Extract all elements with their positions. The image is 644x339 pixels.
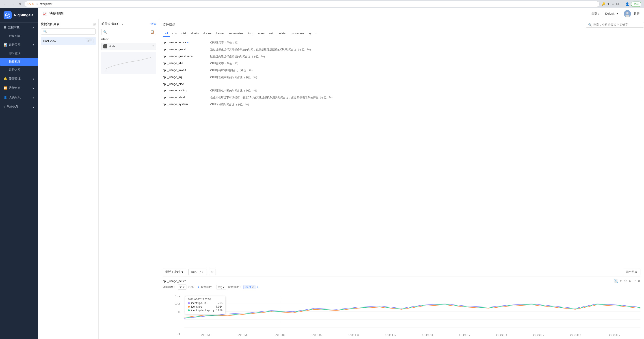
sidebar-item-monitor-view[interactable]: 📊 监控看图 ∧ (0, 40, 38, 50)
cluster-selector[interactable]: Default ▼ (603, 11, 621, 16)
reload-button[interactable]: ↻ (17, 1, 22, 7)
calendar-icon[interactable]: 📋 (150, 30, 154, 34)
chevron-icon: ∨ (32, 77, 34, 80)
refresh-button[interactable]: ↻ (209, 269, 216, 275)
tab-diskio[interactable]: diskio (189, 30, 201, 37)
metric-row[interactable]: cpu_usage_steal 在虚拟机环境下有该指标，表示CPU被其他虚拟机争… (163, 94, 640, 101)
add-quick-view-button[interactable]: ⊞ (93, 22, 96, 26)
metric-row[interactable]: cpu_usage_guest 通过虚拟化运行其他操作系统的时间，也就是运行虚拟… (163, 46, 640, 53)
update-button[interactable]: 更新 (631, 2, 641, 7)
clear-chart-button[interactable]: 清空图表 (623, 269, 640, 275)
forward-button[interactable]: → (10, 1, 15, 7)
chart-controls: 计算函数： 无 ∨ 环比： ℹ 聚合函数： avg ∨ 聚合维度： (163, 284, 640, 290)
list-search-box[interactable]: 🔍 (41, 29, 96, 35)
window-icon[interactable]: ☐ (621, 2, 624, 6)
select-all-button[interactable]: 全选 (150, 22, 156, 26)
settings-chart-icon[interactable]: ⚙ (624, 279, 627, 283)
metric-desc: 以低优先级运行虚拟机的时间占比（单位：%） (210, 55, 266, 59)
list-item-name: Host View (43, 39, 56, 43)
tooltip-dot-2 (188, 306, 190, 308)
tab-net[interactable]: net (267, 30, 276, 37)
tab-disk[interactable]: disk (179, 30, 189, 37)
aggregate-selector[interactable]: avg ∨ (216, 285, 226, 289)
sidebar-item-object-list[interactable]: 对象列表 (0, 32, 38, 40)
metrics-search-box[interactable]: 🔍 (586, 22, 644, 28)
metric-row[interactable]: cpu_usage_softirq CPU处理软中断的时间占比（单位：%） (163, 87, 640, 94)
sidebar-item-label: 人员组织 (9, 95, 20, 99)
chart-icon-group: 📉 ⬆ ⚙ ↻ ⤢ ✕ (614, 279, 640, 283)
list-item[interactable]: Host View 公开 (41, 37, 96, 45)
share-icon[interactable]: ⬆ (607, 2, 610, 6)
compute-label: 计算函数： (163, 285, 176, 289)
metric-row[interactable]: cpu_usage_system CPU内核态时间占比（单位：%） (163, 101, 640, 108)
sidebar-item-instant-query[interactable]: 即时查询 (0, 50, 38, 58)
metric-row[interactable]: cpu_usage_guest_nice 以低优先级运行虚拟机的时间占比（单位：… (163, 53, 640, 60)
sidebar-item-monitor-board[interactable]: 监控大盘 (0, 66, 38, 74)
tab-all[interactable]: all (163, 30, 170, 37)
filter-search-box[interactable]: 🔍 📋 (101, 29, 156, 35)
expand-chart-icon[interactable]: ⤢ (633, 279, 636, 283)
compute-selector[interactable]: 无 ∨ (178, 284, 186, 290)
resolution-button[interactable]: Res.（s） (188, 269, 206, 275)
tab-docker[interactable]: docker (201, 30, 214, 37)
close-chart-icon[interactable]: ✕ (638, 279, 640, 283)
sidebar-item-monitor-object[interactable]: ☰ 监控对象 ∧ (0, 23, 38, 32)
metric-desc: CPU处理硬中断的时间占比（单位：%） (210, 75, 258, 79)
filter-item[interactable]: - ipd-... ⠿ (101, 43, 156, 50)
tab-linux[interactable]: linux (245, 30, 256, 37)
metrics-search-input[interactable] (593, 23, 634, 27)
tab-kernel[interactable]: kernel (214, 30, 226, 37)
url-bar[interactable]: 不安全 10 ct/explorer (24, 1, 600, 7)
svg-text:23:05: 23:05 (312, 334, 322, 336)
list-search-input[interactable] (48, 30, 93, 33)
tooltip-row-2: ident: ipc 7.064 (188, 305, 222, 308)
sidebar-item-alert-self[interactable]: 🔁 告警自愈 ∨ (0, 83, 38, 93)
line-chart-icon[interactable]: 📉 (614, 279, 618, 283)
svg-text:10: 10 (175, 302, 180, 305)
key-icon[interactable]: 🔑 (602, 2, 605, 6)
compare-label: 环比： (188, 285, 196, 289)
info-icon: ℹ (4, 105, 5, 109)
tooltip-row-3: ident: ipd-c hap y: 6.979 (188, 309, 222, 312)
remove-dimension-button[interactable]: ✕ (252, 286, 254, 289)
svg-text:23:00: 23:00 (274, 334, 285, 336)
header-right: 集群： Default ▼ 超管 (591, 10, 640, 17)
share-chart-icon[interactable]: ⬆ (620, 279, 622, 283)
compare-info-icon[interactable]: ℹ (198, 285, 199, 289)
dimension-info-icon[interactable]: ℹ (257, 285, 258, 289)
sidebar-item-alert-manage[interactable]: 🔔 告警管理 ∨ (0, 74, 38, 83)
sidebar-item-people-org[interactable]: 👤 人员组织 ∨ (0, 93, 38, 102)
refresh-chart-icon[interactable]: ↻ (629, 279, 632, 283)
metric-row[interactable]: cpu_usage_irq CPU处理硬中断的时间占比（单位：%） (163, 74, 640, 81)
svg-text:23:20: 23:20 (422, 334, 433, 336)
tab-processes[interactable]: processes (288, 30, 306, 37)
time-selector[interactable]: 最近 1 小时 ▼ (163, 269, 186, 275)
back-button[interactable]: ← (3, 1, 8, 7)
admin-text: 超管 (634, 12, 640, 16)
tab-sy[interactable]: sy (306, 30, 314, 37)
cluster-label: 集群： (591, 12, 600, 16)
metric-row[interactable]: cpu_usage_nice (163, 81, 640, 87)
metric-row[interactable]: cpu_usage_iowait CPU等待I/O的时间占比（单位：%） (163, 67, 640, 74)
sidebar-item-quick-view[interactable]: 快捷视图 (0, 58, 38, 66)
svg-text:23:25: 23:25 (459, 334, 470, 336)
aggregate-label: 聚合函数： (201, 285, 214, 289)
metric-name: cpu_usage_guest (163, 48, 208, 51)
filter-search-input[interactable] (108, 30, 149, 34)
svg-text:5: 5 (178, 310, 180, 313)
sidebar-item-label: 告警管理 (9, 77, 20, 81)
metric-row[interactable]: cpu_usage_active+1 CPU使用率（单位：%） (163, 39, 640, 46)
profile-icon[interactable]: 👤 (626, 2, 629, 6)
filter-title-area[interactable]: 前置过滤条件 ∨ (101, 22, 124, 26)
more-tabs-button[interactable]: ··· (314, 31, 319, 37)
bookmark-icon[interactable]: ☆ (612, 2, 614, 6)
sidebar-item-sys-info[interactable]: ℹ 系统信息 ∨ (0, 102, 38, 111)
tab-kubernetes[interactable]: kubernetes (226, 30, 245, 37)
tab-cpu[interactable]: cpu (170, 30, 179, 37)
tab-icon[interactable]: ⊡ (616, 2, 619, 6)
main-panels: 快捷视图列表 ⊞ 🔍 Host View 公开 前置过滤条件 ∨ (38, 19, 644, 339)
metric-row[interactable]: cpu_usage_idle CPU空闲率（单位：%） (163, 60, 640, 67)
tab-mem[interactable]: mem (256, 30, 267, 37)
tab-netstat[interactable]: netstat (276, 30, 288, 37)
tooltip-time: 2022-06-27 22:57:50 (188, 298, 222, 301)
